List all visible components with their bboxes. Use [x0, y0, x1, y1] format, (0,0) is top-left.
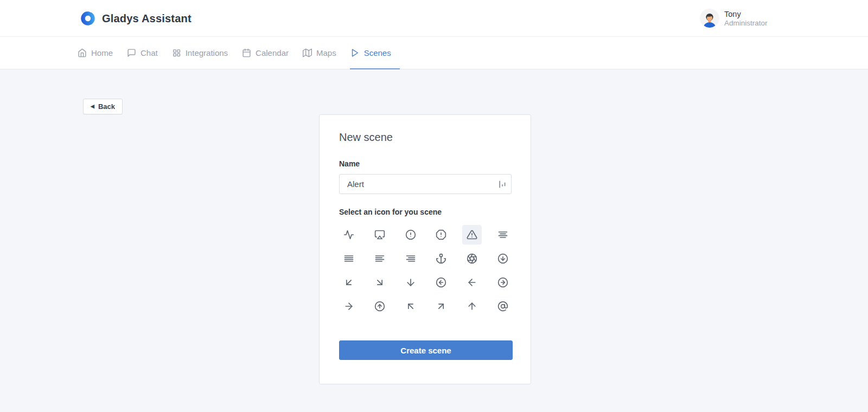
- arrow-left-icon[interactable]: [462, 273, 482, 292]
- arrow-right-circle-icon[interactable]: [493, 273, 512, 292]
- airplay-icon[interactable]: [370, 225, 390, 244]
- icon-grid-wrap: [339, 225, 512, 331]
- user-avatar[interactable]: [700, 9, 719, 28]
- icon-picker-label: Select an icon for you scene: [339, 208, 512, 216]
- scene-name-input[interactable]: [339, 174, 512, 194]
- gladys-logo-icon: [80, 11, 95, 26]
- back-button[interactable]: ◀ Back: [83, 99, 123, 114]
- back-button-label: Back: [98, 102, 115, 111]
- icon-grid: [339, 225, 512, 316]
- user-menu[interactable]: Tony Administrator: [700, 0, 768, 37]
- activity-icon[interactable]: [339, 225, 359, 244]
- input-caret-icon: [499, 180, 506, 189]
- arrow-up-circle-icon[interactable]: [370, 297, 390, 316]
- user-name: Tony: [724, 9, 768, 19]
- nav-item-integrations[interactable]: Integrations: [172, 37, 228, 69]
- create-scene-button[interactable]: Create scene: [339, 340, 513, 360]
- nav-item-label: Chat: [141, 48, 158, 57]
- alert-octagon-icon[interactable]: [431, 225, 451, 244]
- back-arrow-icon: ◀: [91, 104, 94, 109]
- nav-item-chat[interactable]: Chat: [127, 37, 158, 69]
- nav-bar: HomeChatIntegrationsCalendarMapsScenes: [0, 37, 868, 69]
- nav-item-home[interactable]: Home: [78, 37, 113, 69]
- brand: Gladys Assistant: [80, 0, 192, 37]
- arrow-up-icon[interactable]: [462, 297, 482, 316]
- arrow-left-circle-icon[interactable]: [431, 273, 451, 292]
- arrow-down-right-icon[interactable]: [370, 273, 390, 292]
- nav-item-label: Calendar: [256, 48, 289, 57]
- arrow-down-circle-icon[interactable]: [493, 249, 512, 268]
- align-left-icon[interactable]: [370, 249, 390, 268]
- alert-circle-icon[interactable]: [401, 225, 420, 244]
- arrow-down-icon[interactable]: [401, 273, 420, 292]
- align-justify-icon[interactable]: [339, 249, 359, 268]
- arrow-down-left-icon[interactable]: [339, 273, 359, 292]
- arrow-right-icon[interactable]: [339, 297, 359, 316]
- align-center-icon[interactable]: [493, 225, 512, 244]
- nav-item-label: Scenes: [364, 48, 391, 57]
- alert-triangle-icon[interactable]: [462, 225, 482, 244]
- nav-item-calendar[interactable]: Calendar: [242, 37, 289, 69]
- aperture-icon[interactable]: [462, 249, 482, 268]
- nav-item-scenes[interactable]: Scenes: [350, 37, 391, 69]
- at-sign-icon[interactable]: [493, 297, 512, 316]
- new-scene-card: New scene Name Select an icon for you sc…: [319, 114, 531, 384]
- user-role: Administrator: [724, 19, 768, 28]
- nav-item-maps[interactable]: Maps: [303, 37, 336, 69]
- scenes-icon: [350, 48, 360, 57]
- nav-item-label: Home: [91, 48, 113, 57]
- name-label: Name: [339, 159, 512, 168]
- calendar-icon: [242, 48, 251, 57]
- header-bar: Gladys Assistant Tony Administrator: [0, 0, 868, 37]
- map-icon: [303, 48, 312, 57]
- main-content: ◀ Back New scene Name Select an icon for…: [0, 69, 868, 412]
- card-title: New scene: [339, 131, 512, 144]
- anchor-icon[interactable]: [431, 249, 451, 268]
- home-icon: [78, 48, 87, 57]
- nav-item-label: Maps: [316, 48, 336, 57]
- name-input-wrap: [339, 174, 512, 194]
- chat-icon: [127, 48, 136, 57]
- nav-item-label: Integrations: [186, 48, 228, 57]
- integrations-icon: [172, 48, 181, 57]
- arrow-up-right-icon[interactable]: [431, 297, 451, 316]
- align-right-icon[interactable]: [401, 249, 420, 268]
- arrow-up-left-icon[interactable]: [401, 297, 420, 316]
- app-title: Gladys Assistant: [102, 12, 192, 25]
